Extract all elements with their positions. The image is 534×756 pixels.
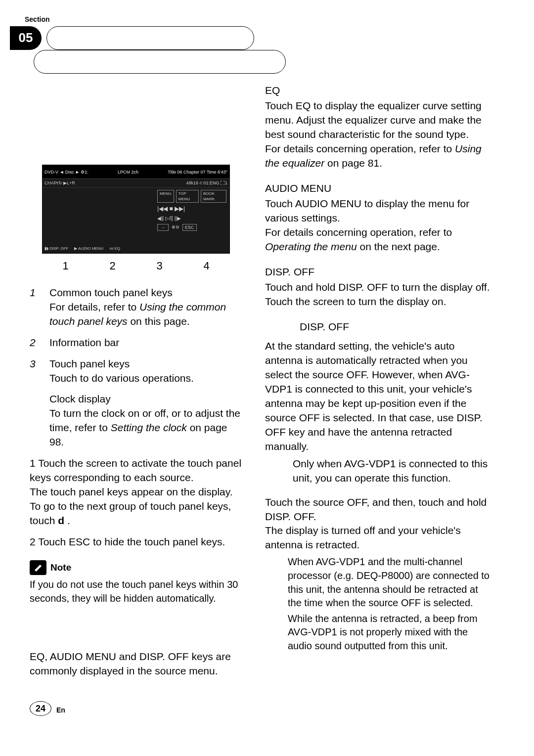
legend-item-1: 1 Common touch panel keys For details, r… [30, 286, 242, 329]
audio-menu-body: Touch AUDIO MENU to display the menu for… [265, 197, 492, 225]
legend-item-2: 2 Information bar [30, 336, 242, 350]
antenna-bullet-1: Only when AVG-VDP1 is connected to this … [265, 457, 492, 486]
section-number-badge: 05 [10, 26, 42, 50]
legend-item-4: Clock display To turn the clock on or of… [30, 392, 242, 449]
eq-ref: For details concerning operation, refer … [265, 142, 492, 171]
page-footer: 24 En [30, 701, 504, 716]
antenna-step: Touch the source OFF, and then, touch an… [265, 495, 492, 553]
disp-off-heading: DISP. OFF [265, 265, 492, 279]
right-column: EQ Touch EQ to display the equalizer cur… [265, 76, 492, 678]
common-keys-paragraph: EQ, AUDIO MENU and DISP. OFF keys are co… [30, 650, 242, 678]
list-item: While the antenna is retracted, a beep f… [265, 612, 492, 653]
header-row: 05 [30, 26, 504, 51]
antenna-notes-list: When AVG-VDP1 and the multi-channel proc… [265, 555, 492, 653]
disp-off-subheading: DISP. OFF [300, 320, 492, 334]
eq-heading: EQ [265, 84, 492, 98]
header-bar-right [34, 50, 286, 74]
note-icon [30, 560, 46, 575]
disp-off-body: Touch and hold DISP. OFF to turn the dis… [265, 280, 492, 309]
device-screenshot: DVD-V ◄ Disc ► ⚙1: LPCM 2ch Title 06 Cha… [42, 165, 230, 254]
audio-menu-heading: AUDIO MENU [265, 181, 492, 196]
note-body: If you do not use the touch panel keys w… [30, 578, 242, 605]
figure-callout-numbers: 1234 [42, 259, 230, 273]
note-heading: Note [30, 560, 242, 575]
step-2: 2 Touch ESC to hide the touch panel keys… [30, 535, 242, 549]
eq-body: Touch EQ to display the equalizer curve … [265, 99, 492, 142]
section-label: Section [25, 15, 504, 24]
list-item: When AVG-VDP1 and the multi-channel proc… [265, 555, 492, 610]
left-column: DVD-V ◄ Disc ► ⚙1: LPCM 2ch Title 06 Cha… [30, 76, 242, 678]
step-1: 1 Touch the screen to activate the touch… [30, 456, 242, 528]
antenna-paragraph: At the standard setting, the vehicle's a… [265, 339, 492, 454]
page-number: 24 [30, 701, 51, 716]
audio-menu-ref: For details concerning operation, refer … [265, 225, 492, 254]
header-bar-left [46, 26, 254, 50]
legend-item-3: 3 Touch panel keys Touch to do various o… [30, 357, 242, 386]
language-label: En [56, 706, 65, 715]
